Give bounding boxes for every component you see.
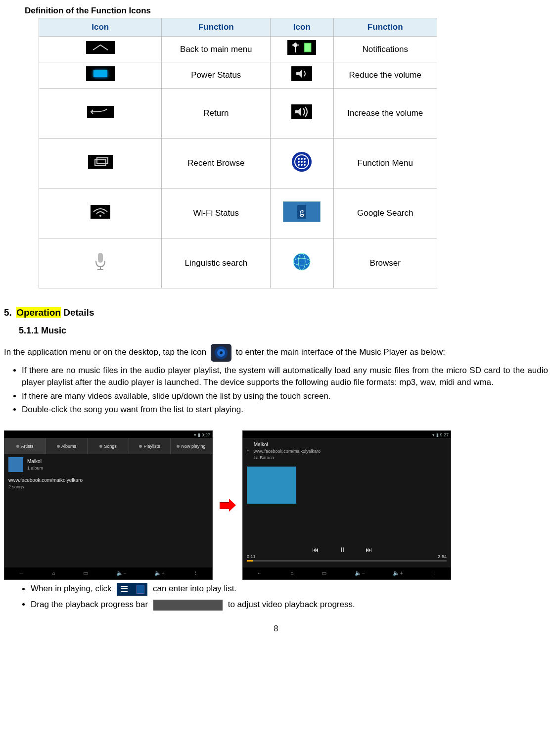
fn-google: Google Search (333, 189, 437, 238)
heading-5: 5. Operation Details (4, 306, 548, 320)
google-search-icon: g (271, 189, 333, 238)
album-count: 2 songs (8, 484, 208, 490)
svg-marker-4 (296, 69, 302, 78)
apps-menu-icon (271, 139, 333, 189)
b2b-pre: Drag the playback progress bar (31, 600, 148, 609)
fn-vol-down: Reduce the volume (333, 62, 437, 89)
return-icon (39, 89, 162, 139)
fn-back-main: Back to main menu (162, 36, 271, 62)
svg-point-12 (304, 158, 306, 160)
artist-sub: 1 album (27, 465, 43, 472)
th-function2: Function (333, 18, 437, 36)
np-artist: Maikol (254, 441, 321, 448)
tab-now: Now playing (181, 443, 205, 450)
svg-point-18 (304, 164, 306, 166)
bullet-2: If there are many videos available, slid… (22, 390, 548, 402)
th-function: Function (162, 18, 271, 36)
recent-icon (39, 139, 162, 189)
bullet-1: If there are no music files in the audio… (22, 365, 548, 388)
fn-notifications: Notifications (333, 36, 437, 62)
para-pre: In the application menu or on the deskto… (4, 347, 206, 357)
svg-point-19 (99, 215, 101, 217)
browser-icon (271, 238, 333, 288)
bullet2-b: Drag the playback progress bar to adjust… (31, 599, 548, 611)
screenshot-music-player: ▾ ▮ 9:27 ≡ Maikol www.facebook.com/maiko… (242, 430, 451, 580)
volume-down-icon (271, 62, 333, 89)
np-track: La Baraca (254, 455, 321, 461)
fn-browser: Browser (333, 238, 437, 288)
svg-point-13 (298, 161, 300, 163)
para-post: to enter the main interface of the Music… (236, 347, 445, 357)
h5-highlight: Operation (16, 307, 61, 318)
tab-songs: Songs (104, 443, 117, 450)
album-line: www.facebook.com/maikolyelkaro (8, 477, 83, 483)
time-total: 3:54 (438, 554, 447, 560)
svg-marker-5 (295, 107, 301, 116)
screenshot-music-list: ▾ ▮ 9:27 Artists Albums Songs Playlists … (4, 430, 213, 580)
th-icon2: Icon (271, 18, 333, 36)
np-sub: www.facebook.com/maikolyelkaro (254, 448, 321, 455)
b2a-pre: When in playing, click (31, 584, 111, 594)
fn-power: Power Status (162, 62, 271, 89)
h5-rest: Details (63, 307, 94, 318)
heading-511: 5.1.1 Music (19, 325, 548, 337)
bullet-3: Double-click the song you want from the … (22, 404, 548, 416)
home-icon (39, 36, 162, 62)
volume-up-icon (271, 89, 333, 139)
power-status-icon (39, 62, 162, 89)
arrow-icon (220, 499, 235, 512)
music-app-icon (211, 344, 231, 362)
svg-point-10 (298, 158, 300, 160)
th-icon: Icon (39, 18, 162, 36)
b2b-post: to adjust video playback progress. (228, 600, 355, 609)
fn-return: Return (162, 89, 271, 139)
playlist-button-icon (117, 583, 147, 596)
bullet2-a: When in playing, click can enter into pl… (31, 583, 548, 596)
svg-point-14 (301, 161, 303, 163)
artist-name: Maikol (27, 458, 43, 465)
bullet-list: If there are no music files in the audio… (4, 365, 548, 416)
svg-point-17 (301, 164, 303, 166)
svg-point-11 (301, 158, 303, 160)
wifi-icon (39, 189, 162, 238)
section-title: Definition of the Function Icons (25, 5, 548, 17)
bullet-list-2: When in playing, click can enter into pl… (8, 583, 548, 611)
fn-wifi: Wi-Fi Status (162, 189, 271, 238)
icon-definition-table: Icon Function Icon Function Back to main… (39, 18, 437, 288)
fn-vol-up: Increase the volume (333, 89, 437, 139)
notifications-icon (271, 36, 333, 62)
time-elapsed: 0:11 (247, 554, 256, 560)
svg-rect-20 (98, 253, 103, 263)
tab-artists: Artists (21, 443, 33, 450)
svg-point-16 (298, 164, 300, 166)
page-number: 8 (4, 623, 548, 634)
svg-point-15 (304, 161, 306, 163)
progress-bar-icon (153, 600, 223, 611)
intro-paragraph: In the application menu or on the deskto… (4, 344, 548, 362)
fn-voice: Linguistic search (162, 238, 271, 288)
fn-menu: Function Menu (333, 139, 437, 189)
tab-albums: Albums (61, 443, 76, 450)
tab-playlists: Playlists (143, 443, 160, 450)
b2a-post: can enter into play list. (153, 584, 236, 594)
voice-search-icon (39, 238, 162, 288)
svg-point-29 (220, 351, 223, 354)
h5-num: 5. (4, 307, 12, 318)
svg-rect-0 (304, 43, 311, 52)
fn-recent: Recent Browse (162, 139, 271, 189)
